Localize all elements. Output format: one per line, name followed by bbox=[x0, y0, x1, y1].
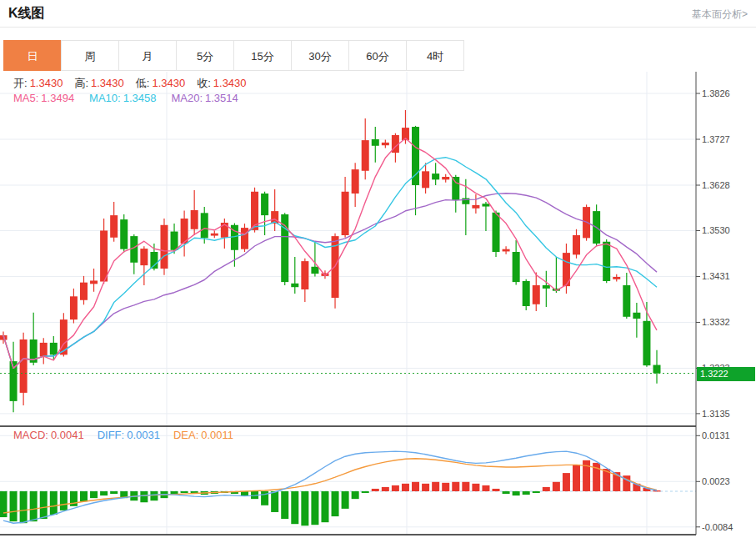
macd-bar bbox=[110, 491, 118, 494]
macd-axis-label: -0.0084 bbox=[702, 521, 733, 533]
ohlc-open: 开:1.3430 bbox=[13, 76, 63, 91]
candle-body bbox=[362, 140, 369, 171]
macd-bar bbox=[50, 491, 58, 515]
macd-bar bbox=[412, 482, 419, 491]
ohlc-close: 收:1.3430 bbox=[197, 76, 246, 91]
candle-body bbox=[171, 232, 178, 250]
candle-body bbox=[523, 281, 530, 306]
candle-body bbox=[80, 283, 88, 300]
macd-bar bbox=[291, 491, 298, 524]
macd-bar bbox=[563, 473, 570, 491]
macd-bar bbox=[382, 487, 389, 491]
macd-bar bbox=[40, 491, 48, 519]
candle-body bbox=[301, 261, 308, 289]
macd-bar bbox=[583, 460, 590, 491]
candle-body bbox=[110, 215, 118, 238]
candle-body bbox=[513, 252, 520, 282]
candle-body bbox=[623, 285, 630, 317]
candle-body bbox=[140, 249, 148, 265]
macd-bar bbox=[553, 482, 560, 491]
candle-body bbox=[633, 313, 640, 319]
candle-body bbox=[90, 280, 98, 284]
macd-bar bbox=[372, 489, 379, 491]
candle-body bbox=[533, 285, 540, 304]
macd-info-row: MACD:0.0041DIFF:0.0031DEA:0.0011 bbox=[13, 429, 233, 441]
ohlc-info-row: 开:1.3430高:1.3430低:1.3430收:1.3430 bbox=[13, 76, 247, 91]
candle-body bbox=[422, 171, 429, 188]
macd-bar bbox=[392, 485, 399, 491]
macd-diff: DIFF:0.0031 bbox=[98, 429, 160, 441]
macd-axis-label: 0.0131 bbox=[702, 430, 730, 441]
candle-body bbox=[241, 228, 248, 249]
candle-body bbox=[372, 139, 379, 146]
macd-bar bbox=[342, 491, 349, 509]
macd-bar bbox=[271, 491, 278, 512]
candle-body bbox=[472, 205, 479, 209]
macd-macd: MACD:0.0041 bbox=[13, 429, 84, 441]
macd-bar bbox=[150, 491, 158, 500]
candle-body bbox=[613, 277, 620, 279]
candle-body bbox=[452, 177, 459, 200]
current-price-badge: 1.3222 bbox=[697, 367, 755, 381]
candle-body bbox=[482, 204, 489, 206]
macd-bar bbox=[281, 491, 288, 519]
ma-ma20: MA20:1.3514 bbox=[171, 92, 238, 104]
macd-bar bbox=[432, 482, 439, 491]
price-axis-label: 1.3628 bbox=[702, 179, 730, 191]
candle-body bbox=[342, 192, 349, 235]
macd-bar bbox=[422, 484, 429, 491]
macd-bar bbox=[653, 490, 661, 491]
macd-bar bbox=[452, 482, 459, 491]
macd-bar bbox=[90, 491, 98, 498]
candle-body bbox=[201, 213, 208, 238]
price-axis-label: 1.3826 bbox=[702, 88, 730, 99]
candle-body bbox=[352, 169, 359, 194]
macd-bar bbox=[30, 491, 38, 521]
price-axis-label: 1.3727 bbox=[702, 133, 730, 145]
candle-body bbox=[603, 242, 610, 281]
macd-bar bbox=[362, 491, 369, 493]
macd-bar bbox=[482, 485, 489, 491]
candle-body bbox=[442, 177, 449, 179]
macd-histogram-layer bbox=[0, 460, 661, 525]
macd-bar bbox=[493, 489, 500, 491]
macd-bar bbox=[513, 491, 520, 495]
candle-body bbox=[311, 267, 318, 274]
macd-bar bbox=[352, 491, 359, 499]
macd-bar bbox=[181, 491, 188, 493]
candle-body bbox=[432, 173, 439, 179]
macd-bar bbox=[533, 491, 540, 493]
candle-body bbox=[70, 296, 78, 319]
ma-ma10: MA10:1.3458 bbox=[89, 92, 156, 104]
macd-bar bbox=[321, 491, 328, 522]
candle-body bbox=[100, 230, 108, 281]
macd-bar bbox=[332, 491, 339, 516]
ma-info-row: MA5:1.3494MA10:1.3458MA20:1.3514 bbox=[13, 92, 238, 104]
candle-body bbox=[191, 210, 198, 229]
macd-axis-label: 0.0023 bbox=[702, 475, 730, 487]
candlestick-layer bbox=[0, 110, 661, 412]
candle-body bbox=[40, 343, 48, 357]
candle-body bbox=[573, 235, 580, 254]
macd-bar bbox=[60, 491, 68, 510]
candle-body bbox=[503, 249, 510, 252]
macd-bar bbox=[503, 491, 510, 494]
macd-bar bbox=[311, 491, 318, 525]
candle-body bbox=[211, 234, 218, 236]
macd-bar bbox=[80, 491, 88, 501]
macd-bar bbox=[140, 491, 148, 502]
price-axis-label: 1.3431 bbox=[702, 270, 730, 282]
macd-bar bbox=[462, 482, 469, 491]
macd-bar bbox=[10, 491, 18, 521]
macd-bar bbox=[543, 487, 550, 491]
macd-bar bbox=[523, 491, 530, 495]
macd-bar bbox=[301, 491, 308, 525]
candle-body bbox=[261, 194, 268, 215]
macd-bar bbox=[100, 491, 108, 495]
candle-body bbox=[160, 225, 168, 269]
macd-bar bbox=[472, 484, 479, 491]
macd-dea: DEA:0.0011 bbox=[173, 429, 233, 441]
candle-body bbox=[382, 143, 389, 145]
price-axis-label: 1.3332 bbox=[702, 316, 730, 328]
candle-body bbox=[493, 213, 500, 252]
